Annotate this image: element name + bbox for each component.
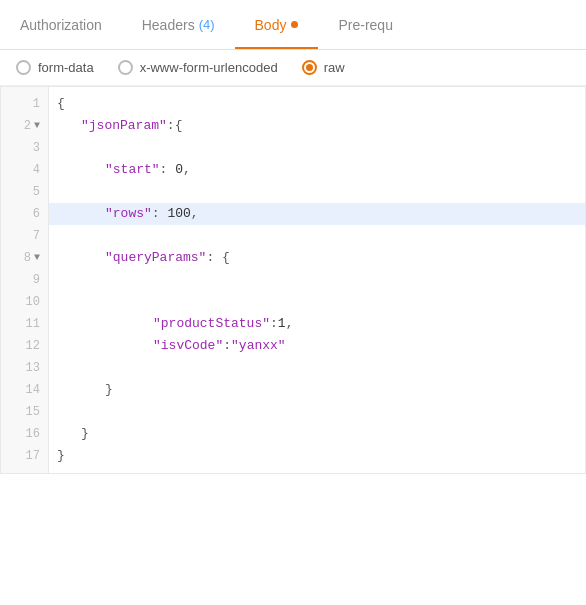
code-line-2: "jsonParam":{: [49, 115, 585, 137]
line-numbers: 1 2▼ 3 4 5 6 7 8▼ 9 10 11 12 13 14 15 16…: [1, 87, 49, 473]
code-line-7: [49, 225, 585, 247]
tab-authorization-label: Authorization: [20, 17, 102, 33]
code-content[interactable]: { "jsonParam":{ "start": 0, "rows": 100,…: [49, 87, 585, 473]
radio-circle-raw: [302, 60, 317, 75]
code-line-14: }: [49, 379, 585, 401]
line-num-12: 12: [1, 335, 48, 357]
code-line-1: {: [49, 93, 585, 115]
line-num-3: 3: [1, 137, 48, 159]
code-line-17: }: [49, 445, 585, 467]
radio-raw[interactable]: raw: [302, 60, 345, 75]
radio-label-raw: raw: [324, 60, 345, 75]
code-line-3: [49, 137, 585, 159]
line-num-8: 8▼: [1, 247, 48, 269]
radio-circle-form-data: [16, 60, 31, 75]
tab-authorization[interactable]: Authorization: [0, 0, 122, 49]
line-num-17: 17: [1, 445, 48, 467]
radio-circle-urlencoded: [118, 60, 133, 75]
line-num-7: 7: [1, 225, 48, 247]
radio-label-form-data: form-data: [38, 60, 94, 75]
radio-bar: form-data x-www-form-urlencoded raw: [0, 50, 586, 86]
code-line-5: [49, 181, 585, 203]
line-num-6: 6: [1, 203, 48, 225]
line-num-14: 14: [1, 379, 48, 401]
code-line-9: [49, 269, 585, 291]
radio-urlencoded[interactable]: x-www-form-urlencoded: [118, 60, 278, 75]
line-num-4: 4: [1, 159, 48, 181]
code-line-8: "queryParams": {: [49, 247, 585, 269]
tab-headers[interactable]: Headers (4): [122, 0, 235, 49]
line-num-10: 10: [1, 291, 48, 313]
line-num-13: 13: [1, 357, 48, 379]
tab-prerequ-label: Pre-requ: [338, 17, 392, 33]
tab-body[interactable]: Body: [235, 0, 319, 49]
code-line-4: "start": 0,: [49, 159, 585, 181]
code-line-10: [49, 291, 585, 313]
tab-prerequ[interactable]: Pre-requ: [318, 0, 412, 49]
tab-headers-label: Headers: [142, 17, 195, 33]
body-dot-indicator: [291, 21, 298, 28]
tab-body-label: Body: [255, 17, 287, 33]
code-line-6: "rows": 100,: [49, 203, 585, 225]
line-num-5: 5: [1, 181, 48, 203]
code-line-13: [49, 357, 585, 379]
line-num-15: 15: [1, 401, 48, 423]
code-line-11: "productStatus":1,: [49, 313, 585, 335]
line-num-1: 1: [1, 93, 48, 115]
code-line-12: "isvCode":"yanxx": [49, 335, 585, 357]
code-line-16: }: [49, 423, 585, 445]
code-editor[interactable]: 1 2▼ 3 4 5 6 7 8▼ 9 10 11 12 13 14 15 16…: [0, 86, 586, 474]
headers-badge: (4): [199, 17, 215, 32]
radio-label-urlencoded: x-www-form-urlencoded: [140, 60, 278, 75]
line-num-11: 11: [1, 313, 48, 335]
line-num-9: 9: [1, 269, 48, 291]
line-num-16: 16: [1, 423, 48, 445]
code-line-15: [49, 401, 585, 423]
line-num-2: 2▼: [1, 115, 48, 137]
radio-form-data[interactable]: form-data: [16, 60, 94, 75]
tab-bar: Authorization Headers (4) Body Pre-requ: [0, 0, 586, 50]
